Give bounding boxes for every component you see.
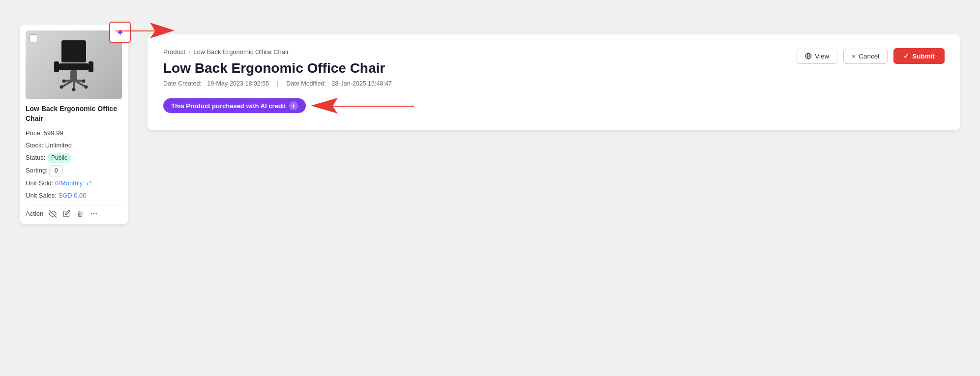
eye-off-icon[interactable] [48,209,57,218]
product-card-section: ✦ [20,15,128,224]
svg-point-11 [85,86,88,89]
cancel-button[interactable]: × Cancel [843,49,888,64]
card-image-wrapper: ✦ [26,30,122,99]
sorting-value[interactable]: 0 [49,165,63,176]
svg-rect-3 [70,70,77,80]
card-sorting: Sorting: 0 [26,165,122,176]
unit-sales-value: SGD 0.00 [59,192,87,199]
submit-check-icon: ✓ [903,52,909,60]
globe-icon [805,53,812,59]
detail-meta: Date Created: 19-May-2023 18:02:55 | Dat… [163,80,945,87]
card-unit-sold: Unit Sold: 0/Monthly ⇄ [26,178,122,189]
detail-section: Product › Low Back Ergonomic Office Chai… [148,25,960,130]
breadcrumb-separator: › [188,48,190,56]
card-action-row: Action [26,209,122,218]
svg-point-12 [62,80,66,83]
product-card: ✦ [20,25,128,224]
svg-marker-20 [311,98,414,114]
cancel-cross-icon: × [852,53,856,60]
unit-sold-arrow-icon: ⇄ [87,179,92,187]
more-icon[interactable] [89,209,98,218]
annotation-arrow-badge [311,95,414,116]
card-stock: Stock: Unlimited [26,141,122,151]
breadcrumb-current: Low Back Ergonomic Office Chair [193,48,289,56]
svg-rect-15 [89,61,93,72]
product-image [26,30,122,99]
date-created-value: 19-May-2023 18:02:55 [207,80,269,87]
view-button[interactable]: View [797,49,837,64]
annotation-arrow-top [116,21,175,40]
svg-point-19 [95,213,97,214]
svg-point-17 [91,213,92,214]
edit-icon[interactable] [62,209,71,218]
card-unit-sales: Unit Sales: SGD 0.00 [26,191,122,201]
red-arrow-svg-top [116,21,175,40]
svg-rect-1 [61,40,86,62]
status-badge: Public [47,153,71,163]
svg-point-10 [72,88,76,91]
svg-point-18 [93,213,95,214]
submit-button[interactable]: ✓ Submit [893,48,945,64]
trash-icon[interactable] [76,209,85,218]
red-arrow-badge-svg [311,95,414,116]
card-divider [26,205,122,205]
card-price: Price: 599.99 [26,128,122,139]
ai-credit-badge[interactable]: This Product purchased with AI credit + [163,98,306,113]
product-checkbox[interactable] [30,34,37,42]
ai-badge-row: This Product purchased with AI credit + [163,95,945,116]
date-modified-label: Date Modified: 28-Jan-2025 15:48:47 [286,80,391,87]
action-label: Action [26,210,43,217]
card-status: Status: Public [26,153,122,163]
detail-panel: Product › Low Back Ergonomic Office Chai… [148,34,960,130]
card-product-title: Low Back Ergonomic Office Chair [26,104,122,123]
ai-badge-text: This Product purchased with AI credit [171,102,286,110]
breadcrumb-root[interactable]: Product [163,48,185,56]
panel-actions: View × Cancel ✓ Submit [797,48,945,64]
svg-rect-2 [59,63,89,70]
svg-point-13 [82,80,86,83]
date-modified-value: 28-Jan-2025 15:48:47 [331,80,391,87]
chair-illustration [52,38,96,92]
svg-rect-14 [54,61,59,72]
svg-marker-0 [116,23,175,38]
ai-badge-plus-icon: + [289,101,298,110]
unit-sold-value[interactable]: 0/Monthly [55,179,83,187]
date-created-label: Date Created: 19-May-2023 18:02:55 [163,80,269,87]
meta-separator: | [277,80,278,87]
svg-point-9 [60,86,63,89]
